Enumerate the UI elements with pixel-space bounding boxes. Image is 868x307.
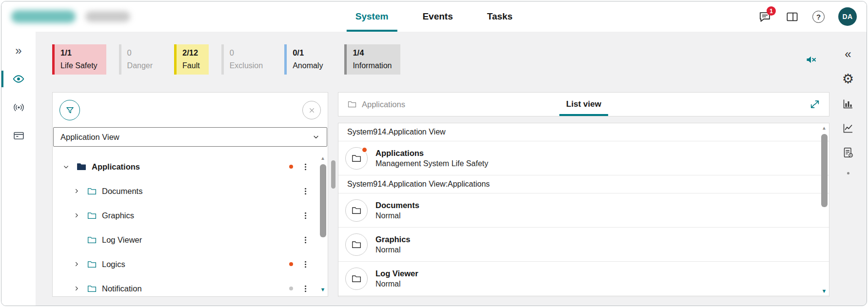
status-label: Fault <box>182 61 200 70</box>
item-icon <box>345 233 368 256</box>
system-tree: Applications Documents <box>53 147 328 296</box>
tree-node-documents[interactable]: Documents <box>53 179 328 203</box>
status-life-safety[interactable]: 1/1 Life Safety <box>52 44 106 75</box>
scroll-up-arrow[interactable]: ▲ <box>822 126 827 131</box>
breadcrumb-label: Applications <box>362 100 405 109</box>
status-anomaly[interactable]: 0/1 Anomaly <box>284 44 332 75</box>
folder-icon <box>347 99 357 109</box>
main-area: » 1/1 Life Safety <box>1 32 867 306</box>
item-subtitle: Normal <box>375 245 411 255</box>
alert-dot <box>361 147 368 153</box>
kebab-menu-icon[interactable] <box>301 284 310 293</box>
scroll-down-arrow[interactable]: ▼ <box>320 287 326 292</box>
clear-filter-button[interactable] <box>302 101 321 119</box>
status-exclusion[interactable]: 0 Exclusion <box>221 44 272 75</box>
tree-scrollbar[interactable]: ▲ ▼ <box>319 156 326 292</box>
tree-node-logics[interactable]: Logics <box>53 252 328 276</box>
help-button[interactable]: ? <box>812 11 825 23</box>
eye-icon <box>12 73 25 85</box>
gear-icon[interactable]: ⚙ <box>842 73 854 85</box>
speaker-muted-icon <box>805 53 818 66</box>
user-avatar[interactable]: DA <box>838 7 857 26</box>
tree-node-graphics[interactable]: Graphics <box>53 203 328 228</box>
list-item-documents[interactable]: Documents Normal <box>338 193 829 228</box>
status-count: 0/1 <box>293 48 323 58</box>
list-view-body: System914.Application View Applications … <box>338 123 829 297</box>
sidebar-item-overview[interactable] <box>1 71 36 87</box>
panel-gap <box>328 92 338 297</box>
sidebar-item-signals[interactable] <box>1 99 36 115</box>
alert-dot <box>289 262 293 266</box>
chevron-right-icon[interactable] <box>70 285 83 292</box>
tab-list-view[interactable]: List view <box>559 93 608 116</box>
chevron-right-icon[interactable] <box>70 261 83 268</box>
question-mark-icon: ? <box>816 13 821 21</box>
list-group-header: System914.Application View <box>338 123 829 141</box>
tree-node-label: Logics <box>102 260 125 269</box>
tab-tasks[interactable]: Tasks <box>484 1 515 32</box>
kebab-menu-icon[interactable] <box>301 260 310 269</box>
collapse-panel-icon[interactable]: « <box>845 48 851 60</box>
expand-panel-button[interactable] <box>809 99 820 110</box>
status-fault[interactable]: 2/12 Fault <box>174 44 209 75</box>
status-count: 0 <box>127 48 153 58</box>
status-count: 0 <box>230 48 263 58</box>
list-item-applications[interactable]: Applications Management System Life Safe… <box>338 141 829 175</box>
item-icon <box>345 199 368 222</box>
breadcrumb[interactable]: Applications <box>347 99 405 109</box>
bar-chart-icon[interactable] <box>842 98 854 110</box>
notifications-button[interactable]: 1 <box>758 10 771 23</box>
chevron-down-icon[interactable] <box>59 163 72 171</box>
kebab-menu-icon[interactable] <box>301 162 310 172</box>
scroll-up-arrow[interactable]: ▲ <box>320 156 325 161</box>
status-danger[interactable]: 0 Danger <box>119 44 161 75</box>
scrollbar-thumb[interactable] <box>821 134 828 207</box>
report-icon[interactable] <box>842 147 854 158</box>
tab-events[interactable]: Events <box>419 1 455 32</box>
status-count: 1/4 <box>353 48 392 58</box>
list-group-header: System914.Application View:Applications <box>338 175 829 193</box>
browser-toolbar <box>53 93 328 127</box>
item-title: Applications <box>375 148 488 158</box>
filter-button[interactable] <box>59 100 80 120</box>
trend-chart-icon[interactable] <box>842 122 854 134</box>
tree-node-log-viewer[interactable]: Log Viewer <box>53 228 328 252</box>
chevron-right-icon[interactable] <box>70 188 83 194</box>
mute-alarms-button[interactable] <box>805 53 818 66</box>
rail-dot-indicator <box>847 172 849 174</box>
kebab-menu-icon[interactable] <box>301 235 310 245</box>
chevron-right-icon[interactable] <box>70 212 83 219</box>
scroll-down-arrow[interactable]: ▼ <box>822 288 827 294</box>
status-label: Life Safety <box>60 61 98 70</box>
detail-panel-header: Applications List view <box>338 92 829 116</box>
event-summary-bar: 1/1 Life Safety 0 Danger 2/12 Fault <box>52 44 829 75</box>
folder-icon <box>87 259 97 269</box>
item-icon <box>345 268 368 290</box>
tab-system[interactable]: System <box>353 1 392 32</box>
close-icon <box>308 106 316 115</box>
sidebar-item-cards[interactable] <box>1 127 36 144</box>
tree-node-notification[interactable]: Notification <box>53 276 328 296</box>
split-panels-icon <box>786 10 799 23</box>
scrollbar-thumb[interactable] <box>320 164 326 237</box>
panel-splitter-handle[interactable] <box>331 160 335 189</box>
item-subtitle: Normal <box>375 279 418 289</box>
status-information[interactable]: 1/4 Information <box>344 44 400 75</box>
content-area: 1/1 Life Safety 0 Danger 2/12 Fault <box>36 32 829 306</box>
list-scrollbar[interactable]: ▲ ▼ <box>821 126 828 294</box>
list-item-log-viewer[interactable]: Log Viewer Normal <box>338 262 829 296</box>
tree-node-label: Notification <box>102 284 142 293</box>
folder-icon <box>87 235 97 245</box>
system-browser-panel: Application View Applications <box>52 92 328 297</box>
kebab-menu-icon[interactable] <box>301 211 310 220</box>
status-label: Anomaly <box>293 61 323 70</box>
expand-sidebar-button[interactable]: » <box>1 42 36 59</box>
layout-panels-button[interactable] <box>785 10 799 23</box>
item-icon <box>345 147 368 170</box>
view-selector-dropdown[interactable]: Application View <box>53 127 327 147</box>
funnel-icon <box>65 105 75 115</box>
kebab-menu-icon[interactable] <box>301 187 310 196</box>
folder-icon <box>87 211 97 221</box>
list-item-graphics[interactable]: Graphics Normal <box>338 228 829 262</box>
tree-node-applications[interactable]: Applications <box>53 154 328 179</box>
